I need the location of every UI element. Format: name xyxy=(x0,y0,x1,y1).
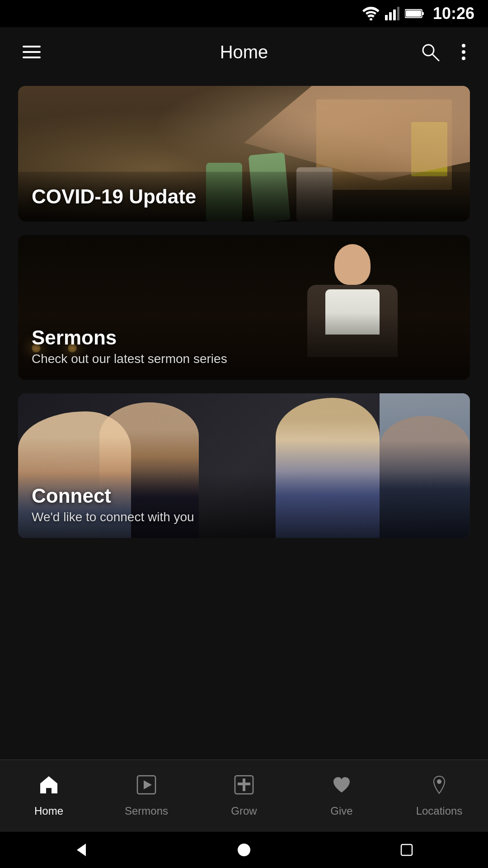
nav-label-give: Give xyxy=(330,805,352,817)
svg-rect-17 xyxy=(238,783,250,785)
home-system-button[interactable] xyxy=(233,839,255,861)
covid-card[interactable]: COVID-19 Update xyxy=(18,86,470,222)
covid-card-overlay: COVID-19 Update xyxy=(18,172,470,222)
wifi-icon xyxy=(362,7,380,20)
nav-label-home: Home xyxy=(34,805,63,817)
sermons-card[interactable]: Sermons Check out our latest sermon seri… xyxy=(18,235,470,380)
hamburger-line-3 xyxy=(23,57,41,58)
main-content: COVID-19 Update Sermons Check out our la… xyxy=(0,77,488,538)
svg-point-11 xyxy=(462,50,465,54)
sermons-card-overlay: Sermons Check out our latest sermon seri… xyxy=(18,313,470,380)
svg-marker-14 xyxy=(144,780,152,789)
nav-item-grow[interactable]: Grow xyxy=(195,768,293,824)
recents-button[interactable] xyxy=(395,839,418,861)
nav-item-give[interactable]: Give xyxy=(293,768,390,824)
sermons-card-title: Sermons xyxy=(32,326,117,349)
status-bar: 10:26 xyxy=(0,0,488,27)
svg-rect-6 xyxy=(422,12,424,15)
back-button[interactable] xyxy=(70,839,93,861)
home-icon xyxy=(38,774,59,800)
svg-rect-7 xyxy=(406,10,421,17)
signal-icon xyxy=(385,7,399,20)
sermons-card-subtitle: Check out our latest sermon series xyxy=(32,352,456,366)
location-icon xyxy=(429,774,450,800)
connect-card-subtitle: We'd like to connect with you xyxy=(32,510,456,524)
covid-card-title: COVID-19 Update xyxy=(32,185,196,208)
cross-icon xyxy=(234,774,254,800)
hamburger-menu[interactable] xyxy=(18,41,45,63)
svg-point-0 xyxy=(370,18,372,20)
more-options-button[interactable] xyxy=(457,38,470,66)
header-right-actions xyxy=(417,38,470,66)
hamburger-line-1 xyxy=(23,46,41,47)
heart-icon xyxy=(331,774,352,800)
connect-card-overlay: Connect We'd like to connect with you xyxy=(18,471,470,538)
connect-card-title: Connect xyxy=(32,485,111,507)
nav-label-sermons: Sermons xyxy=(125,805,168,817)
system-navigation xyxy=(0,832,488,868)
status-icons xyxy=(362,7,425,20)
svg-marker-19 xyxy=(77,844,86,856)
header: Home xyxy=(0,27,488,77)
connect-card[interactable]: Connect We'd like to connect with you xyxy=(18,393,470,538)
connect-card-visual: Connect We'd like to connect with you xyxy=(18,393,470,538)
header-title: Home xyxy=(220,42,268,62)
nav-item-locations[interactable]: Locations xyxy=(390,768,488,824)
svg-rect-4 xyxy=(397,7,399,20)
nav-label-grow: Grow xyxy=(231,805,257,817)
play-icon xyxy=(136,774,157,800)
covid-card-visual: COVID-19 Update xyxy=(18,86,470,222)
nav-label-locations: Locations xyxy=(416,805,463,817)
svg-point-20 xyxy=(238,844,250,856)
status-time: 10:26 xyxy=(433,4,474,23)
svg-line-9 xyxy=(432,54,439,61)
svg-rect-2 xyxy=(389,12,392,20)
sermons-card-visual: Sermons Check out our latest sermon seri… xyxy=(18,235,470,380)
battery-icon xyxy=(405,8,425,19)
svg-point-18 xyxy=(437,779,441,784)
nav-item-home[interactable]: Home xyxy=(0,768,98,824)
svg-rect-1 xyxy=(385,15,388,20)
nav-item-sermons[interactable]: Sermons xyxy=(98,768,195,824)
bottom-navigation: Home Sermons Grow Give xyxy=(0,760,488,832)
search-button[interactable] xyxy=(417,38,444,66)
speaker-head xyxy=(334,244,371,285)
svg-point-12 xyxy=(462,57,465,60)
svg-rect-21 xyxy=(401,844,412,855)
hamburger-line-2 xyxy=(23,51,41,53)
svg-point-10 xyxy=(462,44,465,47)
svg-rect-3 xyxy=(393,9,396,20)
